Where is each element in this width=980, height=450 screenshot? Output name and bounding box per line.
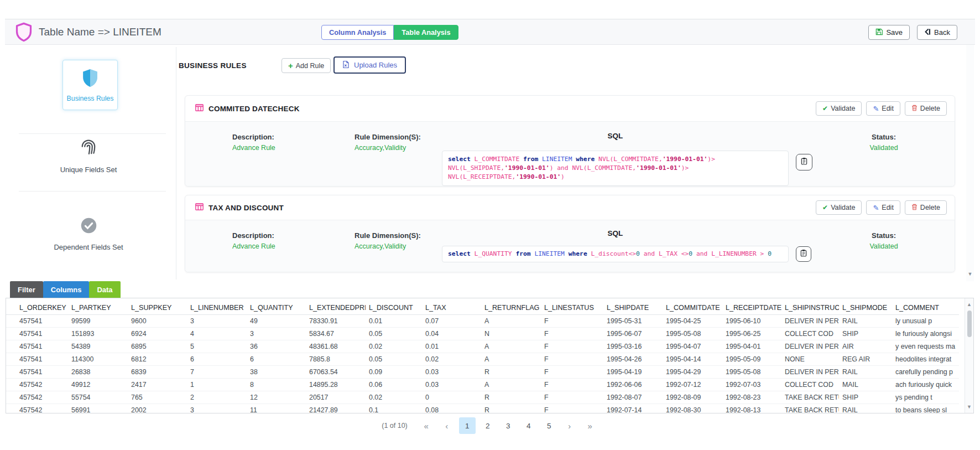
table-cell: 1992-08-07 xyxy=(603,391,663,404)
rule-actions: ✔Validate ✎Edit Delete xyxy=(816,200,947,215)
table-row: 4575411518936924435834.670.050.04NF1995-… xyxy=(6,327,959,340)
table-cell: N xyxy=(481,327,541,340)
first-page-button[interactable]: « xyxy=(418,417,435,434)
tab-column-analysis[interactable]: Column Analysis xyxy=(321,25,394,40)
table-cell: ys pending t xyxy=(892,391,959,404)
back-button[interactable]: Back xyxy=(917,25,957,40)
table-cell: 38 xyxy=(247,365,306,378)
table-cell: 1995-06-10 xyxy=(722,314,781,327)
column-header: L_SHIPINSTRUCT xyxy=(781,298,839,314)
table-cell: A xyxy=(481,314,541,327)
validate-button[interactable]: ✔Validate xyxy=(816,101,862,116)
table-cell: 765 xyxy=(128,391,187,404)
prev-page-button[interactable]: ‹ xyxy=(439,417,455,434)
sql-field: SQL select L_COMMITDATE from LINEITEM wh… xyxy=(442,122,789,186)
table-cell: F xyxy=(541,314,603,327)
table-cell: 1992-06-06 xyxy=(603,378,663,391)
table-cell: 1995-06-07 xyxy=(603,327,663,340)
table-cell: 457542 xyxy=(6,404,68,413)
add-rule-button[interactable]: + Add Rule xyxy=(282,58,331,73)
rule-card-header: COMMITED DATECHECK ✔Validate ✎Edit Delet… xyxy=(185,96,955,121)
sidebar-divider xyxy=(19,191,166,192)
tab-data[interactable]: Data xyxy=(89,281,120,298)
sidebar-item-dependent-fields-set[interactable]: Dependent Fields Set xyxy=(6,216,171,251)
validate-button[interactable]: ✔Validate xyxy=(816,200,862,215)
table-row: 45754154389689553648361.680.020.01AF1995… xyxy=(6,340,959,353)
table-cell: 0.02 xyxy=(366,391,422,404)
table-cell: to beans sleep sl xyxy=(892,404,959,413)
table-cell: F xyxy=(541,353,603,365)
tab-columns[interactable]: Columns xyxy=(43,281,90,298)
table-cell: A xyxy=(481,353,541,365)
sidebar-separator xyxy=(176,47,176,280)
table-cell: 55754 xyxy=(68,391,128,404)
rule-card-body: Description: Advance Rule Rule Dimension… xyxy=(185,220,955,272)
table-cell: 0.05 xyxy=(366,327,422,340)
table-cell: F xyxy=(541,404,603,413)
table-cell: 6839 xyxy=(128,365,187,378)
page-button-2[interactable]: 2 xyxy=(479,417,496,434)
sql-code: select L_QUANTITY from LINEITEM where L_… xyxy=(442,246,789,262)
rule-title: COMMITED DATECHECK xyxy=(208,105,300,113)
sidebar-divider xyxy=(19,133,166,134)
business-rules-heading: BUSINESS RULES xyxy=(179,61,247,70)
tab-filter[interactable]: Filter xyxy=(10,281,43,298)
status-value: Validated xyxy=(851,242,917,250)
table-row: 45754199599960034978330.910.010.07AF1995… xyxy=(6,314,959,327)
table-cell: DELIVER IN PERSO xyxy=(781,340,839,353)
upload-rules-button[interactable]: Upload Rules xyxy=(333,56,406,74)
table-cell: 7885.8 xyxy=(306,353,366,365)
delete-button[interactable]: Delete xyxy=(905,200,947,215)
header-actions: Save Back xyxy=(868,25,957,40)
delete-button[interactable]: Delete xyxy=(905,101,947,116)
table-cell: A xyxy=(481,340,541,353)
copy-sql-button[interactable] xyxy=(796,154,812,170)
column-header: L_SHIPMODE xyxy=(839,298,892,314)
table-cell: 1995-05-09 xyxy=(722,353,781,365)
scroll-up-icon[interactable]: ▲ xyxy=(965,302,973,307)
page-button-1[interactable]: 1 xyxy=(459,417,476,434)
table-cell: 1992-08-23 xyxy=(722,391,781,404)
table-cell: 9600 xyxy=(128,314,187,327)
scroll-down-icon[interactable]: ▼ xyxy=(966,271,974,277)
table-scrollbar[interactable]: ▲ ▼ xyxy=(965,298,973,413)
edit-button[interactable]: ✎Edit xyxy=(866,101,900,116)
table-cell: COLLECT COD xyxy=(781,327,839,340)
last-page-button[interactable]: » xyxy=(582,417,598,434)
table-cell: 4 xyxy=(187,327,247,340)
rule-card-body: Description: Advance Rule Rule Dimension… xyxy=(185,121,955,186)
table-cell: MAIL xyxy=(839,378,892,391)
table-cell: 2417 xyxy=(128,378,187,391)
app-window: Table Name => LINEITEM Column Analysis T… xyxy=(0,0,980,450)
table-row: 45754126838683973867063.540.090.03RF1995… xyxy=(6,365,959,378)
trash-icon xyxy=(911,204,918,212)
status-value: Validated xyxy=(851,144,917,152)
copy-sql-button[interactable] xyxy=(796,246,811,262)
fingerprint-icon xyxy=(79,137,98,159)
check-icon: ✔ xyxy=(822,105,828,112)
next-page-button[interactable]: › xyxy=(561,417,578,434)
table-cell: F xyxy=(541,365,603,378)
table-cell: 1992-08-09 xyxy=(663,391,722,404)
tab-table-analysis[interactable]: Table Analysis xyxy=(394,25,458,40)
rules-scrollbar[interactable]: ▼ xyxy=(966,45,974,281)
page-button-5[interactable]: 5 xyxy=(541,417,557,434)
description-field: Description: Advance Rule xyxy=(232,231,275,250)
scroll-down-icon[interactable]: ▼ xyxy=(965,404,973,410)
table-cell: 0.08 xyxy=(422,404,481,413)
column-header: L_DISCOUNT xyxy=(366,298,422,314)
table-cell: 78330.91 xyxy=(306,314,366,327)
page-button-4[interactable]: 4 xyxy=(520,417,537,434)
table-cell: 114300 xyxy=(68,353,128,365)
edit-button[interactable]: ✎Edit xyxy=(866,200,900,215)
status-field: Status: Validated xyxy=(851,133,917,152)
table-cell: 457541 xyxy=(6,314,68,327)
pencil-icon: ✎ xyxy=(873,105,879,112)
sidebar-item-business-rules[interactable]: Business Rules xyxy=(62,60,118,110)
page-button-3[interactable]: 3 xyxy=(500,417,517,434)
scrollbar-thumb[interactable] xyxy=(967,311,972,337)
table-cell: DELIVER IN PERSO xyxy=(781,365,839,378)
sidebar-item-unique-fields-set[interactable]: Unique Fields Set xyxy=(6,137,171,174)
save-button[interactable]: Save xyxy=(868,25,910,40)
table-cell: 0.03 xyxy=(422,378,481,391)
